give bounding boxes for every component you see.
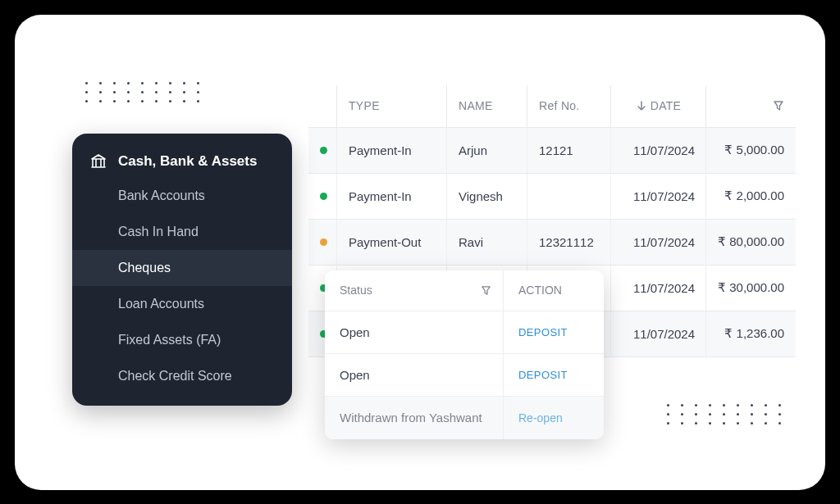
th-ref[interactable]: Ref No.	[527, 85, 610, 127]
sort-descending-icon	[636, 100, 647, 111]
app-frame: Cash, Bank & Assets Bank Accounts Cash I…	[15, 15, 825, 490]
amount-cell: ₹ 5,000.00	[705, 128, 796, 173]
status-dot-green	[320, 147, 327, 154]
sidebar-item-fixed-assets[interactable]: Fixed Assets (FA)	[72, 322, 292, 358]
date-cell: 11/07/2024	[610, 220, 705, 265]
th-name[interactable]: NAME	[446, 85, 527, 127]
th-date-label: DATE	[651, 99, 682, 112]
status-popup: Status ACTION Open DEPOSIT Open DEPOSIT …	[325, 270, 604, 439]
amount-cell: ₹ 80,000.00	[705, 220, 796, 265]
deposit-button[interactable]: DEPOSIT	[504, 311, 604, 353]
status-dot-orange	[320, 238, 327, 246]
name-cell: Vignesh	[446, 174, 527, 219]
reopen-button[interactable]: Re-open	[504, 397, 604, 439]
bank-icon	[90, 154, 107, 169]
type-cell: Payment-Out	[336, 220, 446, 265]
date-cell: 11/07/2024	[610, 266, 705, 311]
table-header: TYPE NAME Ref No. DATE	[308, 85, 796, 128]
sidebar-item-cheques[interactable]: Cheques	[72, 250, 292, 286]
name-cell: Arjun	[446, 128, 527, 173]
sidebar-item-check-credit-score[interactable]: Check Credit Score	[72, 358, 292, 394]
type-cell: Payment-In	[336, 128, 446, 173]
status-dot-green	[320, 193, 327, 200]
ref-cell: 12321112	[527, 220, 610, 265]
th-amount[interactable]	[705, 85, 796, 127]
amount-cell: ₹ 2,000.00	[705, 174, 796, 219]
sidebar: Cash, Bank & Assets Bank Accounts Cash I…	[72, 134, 292, 406]
popup-row: Open DEPOSIT	[325, 311, 604, 354]
name-cell: Ravi	[446, 220, 527, 265]
type-cell: Payment-In	[336, 174, 446, 219]
ref-cell: 12121	[527, 128, 610, 173]
status-cell	[308, 220, 336, 265]
sidebar-item-cash-in-hand[interactable]: Cash In Hand	[72, 214, 292, 250]
amount-cell: ₹ 30,000.00	[705, 266, 796, 311]
filter-icon[interactable]	[773, 100, 784, 111]
sidebar-item-bank-accounts[interactable]: Bank Accounts	[72, 178, 292, 214]
table-row[interactable]: Payment-Out Ravi 12321112 11/07/2024 ₹ 8…	[308, 220, 796, 266]
status-cell	[308, 128, 336, 173]
th-type[interactable]: TYPE	[336, 85, 446, 127]
decoration-dots-bottom	[667, 404, 781, 425]
deposit-button[interactable]: DEPOSIT	[504, 354, 604, 396]
amount-cell: ₹ 1,236.00	[705, 311, 796, 356]
table-row[interactable]: Payment-In Vignesh 11/07/2024 ₹ 2,000.00	[308, 174, 796, 220]
popup-th-action[interactable]: ACTION	[504, 270, 604, 311]
th-status	[308, 85, 336, 127]
th-date[interactable]: DATE	[610, 85, 705, 127]
popup-header: Status ACTION	[325, 270, 604, 311]
sidebar-title: Cash, Bank & Assets	[118, 153, 257, 170]
popup-status-cell: Open	[325, 311, 504, 353]
popup-row: Open DEPOSIT	[325, 354, 604, 397]
sidebar-header[interactable]: Cash, Bank & Assets	[72, 145, 292, 178]
popup-status-cell: Withdrawn from Yashwant	[325, 397, 504, 439]
popup-row: Withdrawn from Yashwant Re-open	[325, 397, 604, 439]
popup-status-cell: Open	[325, 354, 504, 396]
popup-th-status[interactable]: Status	[325, 270, 504, 311]
date-cell: 11/07/2024	[610, 128, 705, 173]
ref-cell	[527, 174, 610, 219]
table-row[interactable]: Payment-In Arjun 12121 11/07/2024 ₹ 5,00…	[308, 128, 796, 174]
filter-icon[interactable]	[481, 285, 491, 296]
sidebar-item-loan-accounts[interactable]: Loan Accounts	[72, 286, 292, 322]
date-cell: 11/07/2024	[610, 311, 705, 356]
decoration-dots-top	[85, 82, 199, 102]
status-cell	[308, 174, 336, 219]
popup-th-status-label: Status	[340, 284, 372, 297]
date-cell: 11/07/2024	[610, 174, 705, 219]
